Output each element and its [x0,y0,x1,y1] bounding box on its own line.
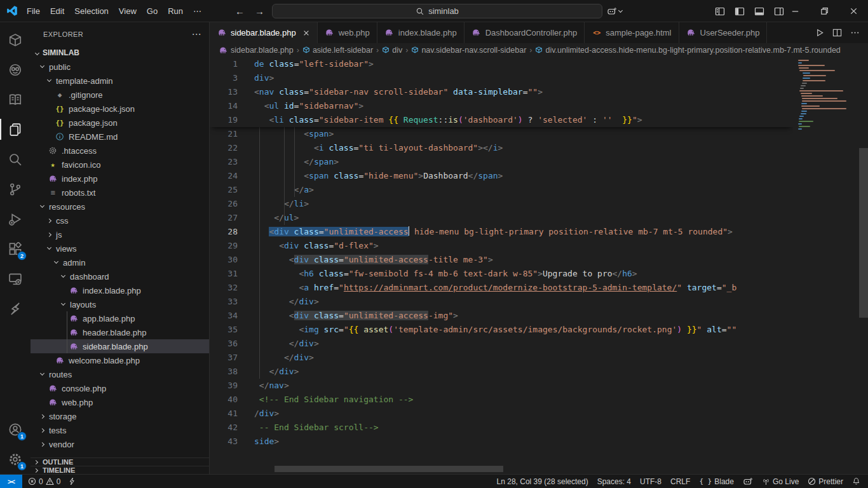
line-number[interactable]: 34 [210,309,254,323]
code-line-29[interactable]: 29<div class="d-flex"> [210,239,793,253]
tree-item-public[interactable]: public [31,60,209,74]
tree-item-package-json[interactable]: {}package.json [31,116,209,130]
tab-close-icon[interactable] [302,29,310,37]
tree-item-storage[interactable]: storage [31,409,209,423]
line-number[interactable]: 23 [210,155,254,169]
tree-item-header-blade-php[interactable]: header.blade.php [31,325,209,339]
cursor-position[interactable]: Ln 28, Col 39 (28 selected) [497,477,588,486]
minimap[interactable] [793,57,859,474]
code-line-34[interactable]: 34<div class="unlimited-access-img"> [210,309,793,323]
code-line-41[interactable]: 41/div> [210,407,793,421]
project-root-item[interactable]: SIMINLAB [31,46,209,60]
tree-item-readme-md[interactable]: README.md [31,130,209,144]
line-number[interactable]: 19 [210,113,254,127]
accounts-icon[interactable]: 1 [0,414,31,444]
restore-button[interactable] [810,0,839,22]
explorer-more-actions-button[interactable]: ⋯ [192,29,201,40]
settings-gear-icon[interactable]: 1 [0,444,31,474]
package-icon[interactable] [0,25,31,55]
split-editor-button[interactable] [832,28,842,37]
code-line-35[interactable]: 35<img src="{{ asset('template-admin/src… [210,323,793,337]
code-line-32[interactable]: 32<a href="https://adminmart.com/product… [210,281,793,295]
code-line-14[interactable]: 14<ul id="sidebarnav"> [210,99,793,113]
code-line-33[interactable]: 33</div> [210,295,793,309]
line-number[interactable]: 33 [210,295,254,309]
tree-item-sidebar-blade-php[interactable]: sidebar.blade.php [31,339,209,353]
run-button[interactable] [815,28,824,37]
line-number[interactable]: 42 [210,421,254,435]
tree-item-views[interactable]: views [31,241,209,255]
eol[interactable]: CRLF [670,477,690,486]
tree-item-app-blade-php[interactable]: app.blade.php [31,311,209,325]
line-number[interactable]: 43 [210,435,254,449]
source-control-icon[interactable] [0,174,31,204]
s-logo-icon[interactable] [0,294,31,323]
breadcrumb-item[interactable]: sidebar.blade.php [219,46,294,55]
code-line-13[interactable]: 13<nav class="sidebar-nav scroll-sidebar… [210,85,793,99]
line-number[interactable]: 37 [210,351,254,365]
tab-userseeder-php[interactable]: UserSeeder.php [679,22,768,43]
encoding[interactable]: UTF-8 [640,477,661,486]
code-line-28[interactable]: 28<div class="unlimited-access hide-menu… [210,225,793,239]
menu-edit[interactable]: Edit [45,4,69,18]
breadcrumb-item[interactable]: nav.sidebar-nav.scroll-sidebar [411,46,526,55]
tab-sidebar-blade-php[interactable]: sidebar.blade.php [210,22,318,43]
line-number[interactable]: 21 [210,127,254,141]
code-line-30[interactable]: 30<div class="unlimited-access-title me-… [210,253,793,267]
line-number[interactable]: 14 [210,99,254,113]
line-number[interactable]: 36 [210,337,254,351]
tree-item-template-admin[interactable]: template-admin [31,74,209,88]
code-line-21[interactable]: 21<span> [210,127,793,141]
prettier[interactable]: Prettier [808,477,843,486]
tree-item-routes[interactable]: routes [31,367,209,381]
code-line-39[interactable]: 39</nav> [210,379,793,393]
menu-view[interactable]: View [114,4,142,18]
explorer-icon[interactable] [0,114,31,144]
line-number[interactable]: 35 [210,323,254,337]
problems-indicator[interactable]: 00 [28,477,60,486]
code-line-26[interactable]: 26</li> [210,197,793,211]
line-number[interactable]: 24 [210,169,254,183]
search-icon[interactable] [0,144,31,174]
code-line-40[interactable]: 40<!-- End Sidebar navigation --> [210,393,793,407]
code-line-38[interactable]: 38</div> [210,365,793,379]
tree-item-dashboard[interactable]: dashboard [31,269,209,283]
tree-item-tests[interactable]: tests [31,423,209,437]
tree-item-console-php[interactable]: console.php [31,381,209,395]
copilot-status[interactable] [743,477,753,487]
section-timeline[interactable]: TIMELINE [31,466,209,474]
remote-indicator[interactable]: >< [0,475,22,488]
tree-item-layouts[interactable]: layouts [31,297,209,311]
line-number[interactable]: 13 [210,85,254,99]
book-icon[interactable] [0,85,31,114]
line-number[interactable]: 28 [210,225,254,239]
horizontal-scrollbar-thumb[interactable] [275,466,503,472]
layout-panel-icon[interactable] [752,4,766,18]
line-number[interactable]: 32 [210,281,254,295]
minimize-button[interactable] [780,0,810,22]
breadcrumb-item[interactable]: div.unlimited-access.hide-menu.bg-light-… [535,46,840,55]
tree-item-resources[interactable]: resources [31,200,209,214]
layout-sidebar-left-icon[interactable] [733,4,747,18]
code-line-31[interactable]: 31<h6 class="fw-semibold fs-4 mb-6 text-… [210,267,793,281]
line-number[interactable]: 3 [210,71,254,85]
line-number[interactable]: 31 [210,267,254,281]
tree-item-admin[interactable]: admin [31,255,209,269]
line-number[interactable]: 38 [210,365,254,379]
notifications[interactable] [852,477,860,485]
menu-selection[interactable]: Selection [69,4,113,18]
indentation[interactable]: Spaces: 4 [597,477,631,486]
code-line-24[interactable]: 24<span class="hide-menu">Dashboard</spa… [210,169,793,183]
line-number[interactable]: 25 [210,183,254,197]
line-number[interactable]: 22 [210,141,254,155]
go-forward-button[interactable]: → [255,6,264,17]
monkey-icon[interactable] [0,55,31,85]
menu-file[interactable]: File [22,4,45,18]
code-line-23[interactable]: 23</span> [210,155,793,169]
tree-item-css[interactable]: css [31,214,209,227]
code-line-25[interactable]: 25</a> [210,183,793,197]
tree-item-js[interactable]: js [31,227,209,241]
tree-item-robots-txt[interactable]: ≡robots.txt [31,186,209,200]
line-number[interactable]: 39 [210,379,254,393]
breadcrumb-item[interactable]: aside.left-sidebar [302,46,373,55]
